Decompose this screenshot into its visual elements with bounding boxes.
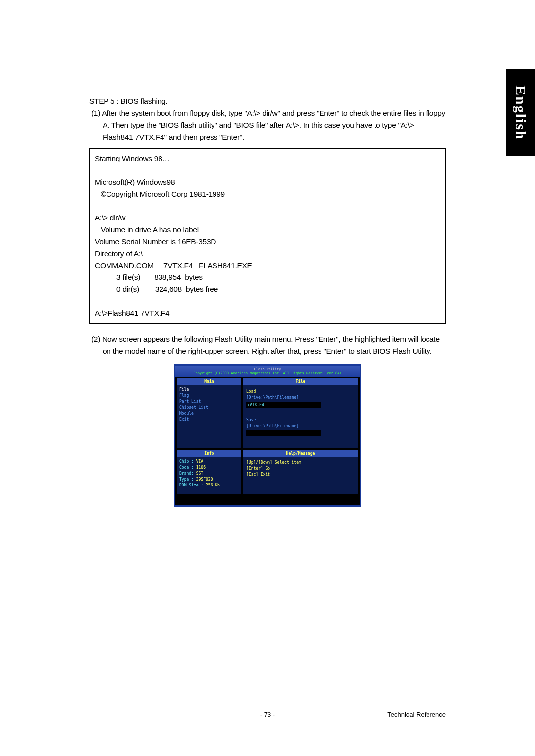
language-tab: English bbox=[506, 69, 535, 156]
menu-module: Module bbox=[179, 411, 239, 417]
info-brand-value: SST bbox=[196, 471, 203, 476]
file-load-input: 7VTX.F4 bbox=[246, 402, 321, 408]
bios-info-panel: Info Chip : VIA Code : 1106 Brand: SST T… bbox=[177, 450, 241, 494]
file-save-input bbox=[246, 430, 321, 436]
info-rom-label: ROM Size : bbox=[179, 483, 203, 487]
step2-text: Now screen appears the following Flash U… bbox=[102, 335, 440, 355]
file-save-label: Save bbox=[246, 417, 355, 423]
terminal-output: Starting Windows 98… Microsoft(R) Window… bbox=[89, 148, 446, 324]
bios-copyright: Copyright (C)2000 American Megatrends In… bbox=[193, 371, 341, 375]
bios-main-panel: Main File Flag Part List Chipset List Mo… bbox=[177, 378, 241, 448]
terminal-line: COMMAND.COM 7VTX.F4 FLASH841.EXE bbox=[95, 260, 440, 271]
file-load-path: [Drive:\Path\Filename] bbox=[246, 395, 355, 401]
step2-num: (2) bbox=[91, 335, 100, 343]
info-code-label: Code : bbox=[179, 465, 194, 470]
bios-info-header: Info bbox=[177, 450, 241, 457]
menu-chipset-list: Chipset List bbox=[179, 405, 239, 411]
file-save-path: [Drive:\Path\Filename] bbox=[246, 423, 355, 429]
terminal-line: 0 dir(s) 324,608 bytes free bbox=[95, 283, 440, 295]
terminal-line: A:\>Flash841 7VTX.F4 bbox=[95, 307, 440, 319]
help-line2: [Enter] Go bbox=[246, 466, 355, 472]
bios-title-bar: Flash Utility Copyright (C)2000 American… bbox=[175, 366, 360, 377]
bios-file-panel: File Load [Drive:\Path\Filename] 7VTX.F4… bbox=[243, 378, 358, 448]
bios-help-panel: Help/Message [Up]/[Down] Select item [En… bbox=[243, 450, 358, 494]
terminal-line: ©Copyright Microsoft Corp 1981-1999 bbox=[95, 188, 440, 200]
menu-flag: Flag bbox=[179, 393, 239, 399]
step2-instruction: (2) Now screen appears the following Fla… bbox=[89, 333, 446, 357]
menu-file: File bbox=[179, 387, 239, 393]
info-rom-value: 256 Kb bbox=[206, 483, 220, 487]
language-label: English bbox=[512, 85, 529, 140]
menu-part-list: Part List bbox=[179, 399, 239, 405]
menu-exit: Exit bbox=[179, 417, 239, 423]
footer-divider bbox=[89, 706, 446, 706]
info-brand-label: Brand: bbox=[179, 471, 194, 476]
step5-instruction: (1) After the system boot from floppy di… bbox=[89, 108, 446, 143]
bios-main-header: Main bbox=[177, 378, 241, 385]
help-line1: [Up]/[Down] Select item bbox=[246, 460, 355, 466]
page-number: - 73 - bbox=[260, 711, 275, 718]
info-code-value: 1106 bbox=[196, 465, 206, 470]
info-type-label: Type : bbox=[179, 477, 194, 482]
bios-title: Flash Utility bbox=[193, 367, 341, 371]
terminal-line: 3 file(s) 838,954 bytes bbox=[95, 271, 440, 283]
info-chip-label: Chip : bbox=[179, 459, 194, 464]
step5-num: (1) bbox=[91, 109, 100, 117]
terminal-line: Volume Serial Number is 16EB-353D bbox=[95, 236, 440, 248]
info-type-value: 39SF020 bbox=[196, 477, 213, 482]
file-load-label: Load bbox=[246, 389, 355, 395]
step5-text: After the system boot from floppy disk, … bbox=[102, 109, 445, 141]
bios-screenshot-container: Flash Utility Copyright (C)2000 American… bbox=[89, 364, 446, 507]
terminal-line: Microsoft(R) Windows98 bbox=[95, 176, 440, 188]
footer-section: Technical Reference bbox=[387, 711, 446, 718]
footer: - 73 - Technical Reference bbox=[89, 711, 446, 718]
info-chip-value: VIA bbox=[196, 459, 203, 464]
help-line3: [Esc] Exit bbox=[246, 472, 355, 478]
step5-title: STEP 5 : BIOS flashing. bbox=[89, 97, 446, 106]
bios-file-header: File bbox=[243, 378, 358, 385]
terminal-line: Starting Windows 98… bbox=[95, 153, 440, 164]
terminal-line: Volume in drive A has no label bbox=[95, 224, 440, 236]
terminal-line: Directory of A:\ bbox=[95, 248, 440, 260]
terminal-line: A:\> dir/w bbox=[95, 212, 440, 224]
bios-utility-screenshot: Flash Utility Copyright (C)2000 American… bbox=[174, 364, 361, 507]
bios-help-header: Help/Message bbox=[243, 450, 358, 457]
main-content: STEP 5 : BIOS flashing. (1) After the sy… bbox=[89, 97, 446, 507]
